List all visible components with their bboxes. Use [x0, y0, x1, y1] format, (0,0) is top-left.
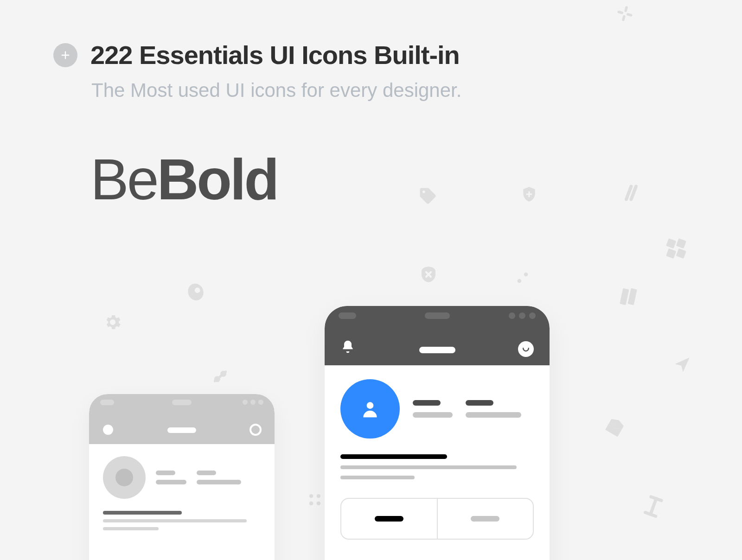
tab-label: [471, 516, 499, 522]
phone-mock-large: [325, 306, 550, 560]
svg-point-6: [518, 279, 522, 283]
phone-statusbar: [89, 394, 275, 444]
title-row: 222 Essentials UI Icons Built-in: [53, 40, 461, 70]
dots-diagonal-icon: [515, 270, 531, 286]
stat-label: [197, 480, 241, 484]
tab-label: [375, 516, 403, 522]
bell-icon[interactable]: [340, 339, 355, 356]
svg-rect-22: [624, 6, 628, 13]
svg-point-11: [195, 287, 200, 293]
brand-thin: Be: [90, 147, 157, 211]
phone-statusbar: [325, 306, 550, 365]
plus-shield-icon: [520, 185, 538, 203]
sparkle-icon: [613, 5, 633, 25]
profile-smile-icon[interactable]: [518, 341, 534, 357]
promo-page: 222 Essentials UI Icons Built-in The Mos…: [0, 0, 742, 560]
drag-handle-icon: [306, 491, 324, 509]
profile-row: [103, 456, 261, 499]
svg-rect-9: [627, 288, 637, 305]
bio-title: [340, 454, 447, 459]
bio-lines: [340, 454, 534, 479]
svg-rect-2: [666, 238, 676, 248]
svg-rect-25: [626, 13, 633, 17]
svg-rect-4: [666, 248, 676, 259]
stat-value: [156, 471, 175, 475]
svg-point-14: [222, 372, 225, 375]
camera-left-icon: [339, 312, 356, 319]
avatar-inner: [115, 469, 133, 486]
bio-line: [103, 527, 159, 530]
bio-title: [103, 511, 182, 515]
gear-icon: [103, 312, 122, 332]
avatar[interactable]: [340, 379, 400, 439]
avatar[interactable]: [103, 456, 146, 499]
svg-line-19: [651, 499, 656, 515]
phone-body: [325, 365, 550, 554]
plus-circle-icon: [53, 43, 77, 67]
tag-icon: [417, 185, 438, 206]
stat-label: [156, 480, 186, 484]
phone-body: [89, 444, 275, 542]
tab-active[interactable]: [341, 499, 438, 539]
stat-value: [197, 471, 216, 475]
svg-point-26: [367, 402, 374, 409]
brand-wordmark: BeBold: [90, 151, 277, 208]
phone-mock-small: [89, 394, 275, 560]
slash-icon: [621, 183, 641, 203]
stat-col-2: [466, 400, 521, 418]
widgets-icon: [664, 236, 688, 261]
svg-point-17: [309, 502, 313, 505]
send-icon: [672, 355, 692, 375]
svg-rect-24: [617, 10, 624, 14]
stat-value: [466, 400, 493, 406]
stat-value: [413, 400, 441, 406]
egg-icon: [186, 281, 206, 301]
svg-rect-3: [676, 238, 686, 248]
tab-bar: [340, 498, 534, 540]
svg-point-13: [215, 377, 219, 381]
status-dot-icon: [103, 425, 113, 435]
svg-line-20: [651, 497, 662, 501]
bio-line: [103, 519, 247, 522]
svg-point-16: [317, 494, 320, 498]
svg-point-18: [317, 502, 320, 505]
brand-bold: Bold: [157, 147, 278, 211]
svg-point-7: [524, 273, 528, 277]
svg-rect-5: [676, 248, 686, 259]
svg-line-21: [645, 512, 656, 516]
close-shield-icon: [419, 265, 438, 284]
handle-pill: [167, 427, 196, 433]
stat-label: [413, 412, 453, 418]
notch-icon: [172, 400, 192, 405]
stat-col-2: [197, 471, 241, 484]
stat-label: [466, 412, 521, 418]
envelope-icon: [604, 417, 625, 439]
camera-right-dots: [243, 400, 263, 405]
text-cursor-icon: [640, 497, 662, 519]
handle-pill: [419, 347, 455, 353]
camera-left-icon: [100, 400, 114, 405]
sliders-icon: [211, 367, 230, 386]
page-title: 222 Essentials UI Icons Built-in: [90, 40, 460, 70]
tab-inactive[interactable]: [438, 499, 533, 539]
stat-col-1: [156, 471, 186, 484]
bio-line: [340, 465, 517, 469]
header: 222 Essentials UI Icons Built-in The Mos…: [53, 40, 461, 102]
svg-point-15: [309, 494, 313, 498]
bio-lines: [103, 511, 261, 530]
svg-rect-8: [620, 288, 629, 305]
svg-rect-23: [622, 15, 626, 21]
stat-col-1: [413, 400, 453, 418]
pause-icon: [618, 286, 639, 307]
profile-row: [340, 379, 534, 439]
status-ring-icon: [249, 424, 262, 436]
notch-icon: [425, 312, 450, 319]
camera-right-dots: [509, 312, 536, 319]
bio-line: [340, 476, 415, 479]
page-subtitle: The Most used UI icons for every designe…: [91, 79, 461, 102]
